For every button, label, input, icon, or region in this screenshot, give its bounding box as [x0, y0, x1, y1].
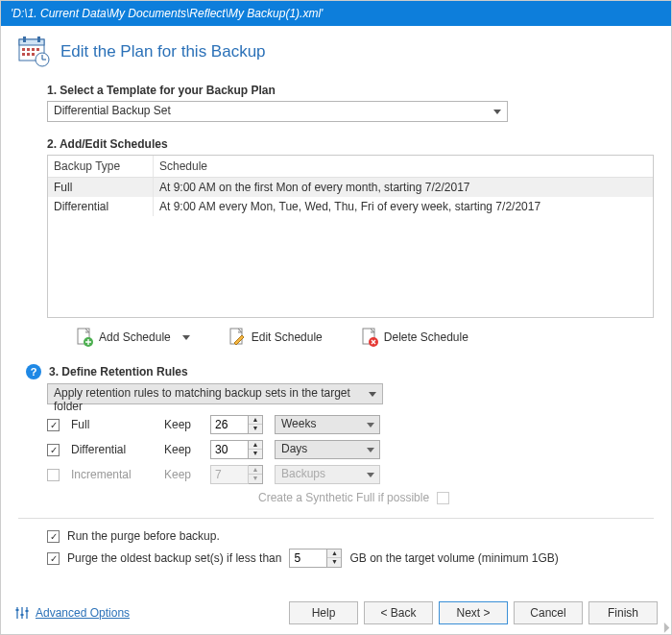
retention-scope-value: Apply retention rules to matching backup…: [54, 386, 350, 413]
purge-oldest-checkbox[interactable]: ✓: [47, 552, 60, 565]
schedule-row[interactable]: Full At 9:00 AM on the first Mon of ever…: [48, 178, 653, 197]
full-unit-select[interactable]: Weeks: [275, 415, 380, 434]
rule-row-full: ✓ Full Keep ▲▼ Weeks: [47, 415, 654, 434]
edit-schedule-button[interactable]: Edit Schedule: [228, 328, 323, 347]
differential-checkbox[interactable]: ✓: [47, 444, 60, 456]
svg-rect-19: [16, 609, 19, 611]
full-value-input[interactable]: [210, 415, 249, 434]
spin-down-icon: ▼: [249, 475, 262, 483]
svg-rect-21: [26, 610, 29, 612]
spin-down-icon[interactable]: ▼: [249, 425, 262, 433]
synthetic-full-checkbox: [437, 492, 449, 504]
svg-rect-10: [32, 53, 35, 56]
purge-oldest-row: ✓ Purge the oldest backup set(s) if less…: [47, 549, 654, 568]
window-titlebar: 'D:\1. Current Data\My Documents\Reflect…: [1, 1, 671, 26]
delete-schedule-button[interactable]: Delete Schedule: [361, 328, 468, 347]
spin-up-icon[interactable]: ▲: [327, 550, 341, 558]
spin-up-icon: ▲: [249, 466, 262, 475]
full-value-spinner[interactable]: ▲▼: [210, 415, 263, 434]
synthetic-full-label: Create a Synthetic Full if possible: [258, 491, 429, 504]
spin-up-icon[interactable]: ▲: [249, 441, 262, 450]
backup-plan-dialog: 'D:\1. Current Data\My Documents\Reflect…: [0, 0, 672, 635]
delete-schedule-label: Delete Schedule: [384, 330, 468, 344]
purge-threshold-input[interactable]: [289, 549, 327, 568]
spin-down-icon[interactable]: ▼: [327, 558, 341, 567]
incremental-label: Incremental: [71, 468, 153, 481]
incremental-value-input: [210, 465, 249, 484]
svg-rect-3: [37, 37, 40, 42]
run-purge-row: ✓ Run the purge before backup.: [47, 529, 654, 543]
row-schedule: At 9:00 AM every Mon, Tue, Wed, Thu, Fri…: [154, 197, 653, 216]
calendar-clock-icon: [18, 36, 51, 68]
keep-label: Keep: [164, 443, 199, 456]
svg-rect-9: [27, 53, 30, 56]
document-edit-icon: [228, 328, 246, 347]
row-schedule: At 9:00 AM on the first Mon of every mon…: [154, 178, 653, 197]
purge-threshold-spinner[interactable]: ▲▼: [289, 549, 342, 568]
purge-oldest-suffix: GB on the target volume (minimum 1GB): [349, 551, 558, 565]
svg-rect-2: [23, 37, 26, 42]
help-icon[interactable]: ?: [26, 364, 41, 379]
template-select-value: Differential Backup Set: [54, 104, 171, 117]
differential-unit-select[interactable]: Days: [275, 440, 380, 459]
back-button[interactable]: < Back: [364, 601, 433, 624]
spin-down-icon[interactable]: ▼: [249, 450, 262, 458]
add-schedule-button[interactable]: Add Schedule: [76, 328, 190, 347]
svg-rect-7: [36, 48, 39, 51]
dialog-footer: Advanced Options Help < Back Next > Canc…: [1, 594, 671, 634]
help-button[interactable]: Help: [289, 601, 358, 624]
svg-rect-4: [22, 48, 25, 51]
row-type: Full: [48, 178, 154, 197]
sliders-icon: [14, 605, 30, 621]
advanced-options-label: Advanced Options: [36, 606, 130, 620]
step3-label: 3. Define Retention Rules: [49, 365, 188, 379]
keep-label: Keep: [164, 418, 199, 431]
row-type: Differential: [48, 197, 154, 216]
rule-row-differential: ✓ Differential Keep ▲▼ Days: [47, 440, 654, 459]
edit-schedule-label: Edit Schedule: [252, 330, 323, 344]
svg-rect-8: [22, 53, 25, 56]
window-title: 'D:\1. Current Data\My Documents\Reflect…: [11, 7, 323, 20]
spin-up-icon[interactable]: ▲: [249, 416, 262, 425]
differential-label: Differential: [71, 443, 153, 456]
document-delete-icon: [361, 328, 378, 347]
dialog-header: Edit the Plan for this Backup: [18, 36, 654, 68]
step2-label: 2. Add/Edit Schedules: [47, 137, 654, 151]
step1-label: 1. Select a Template for your Backup Pla…: [47, 84, 654, 97]
divider: [18, 518, 654, 519]
advanced-options-link[interactable]: Advanced Options: [14, 605, 130, 621]
run-purge-label: Run the purge before backup.: [67, 529, 220, 543]
schedule-table-header: Backup Type Schedule: [48, 156, 653, 178]
svg-rect-1: [19, 39, 44, 45]
next-button[interactable]: Next >: [439, 601, 508, 624]
keep-label: Keep: [164, 468, 199, 481]
add-schedule-label: Add Schedule: [99, 330, 171, 344]
differential-value-input[interactable]: [210, 440, 249, 459]
document-add-icon: [76, 328, 93, 347]
col-backup-type[interactable]: Backup Type: [48, 156, 154, 177]
col-schedule[interactable]: Schedule: [154, 156, 653, 177]
svg-rect-5: [27, 48, 30, 51]
cancel-button[interactable]: Cancel: [514, 601, 583, 624]
incremental-value-spinner: ▲▼: [210, 465, 263, 484]
page-title: Edit the Plan for this Backup: [60, 42, 266, 61]
run-purge-checkbox[interactable]: ✓: [47, 530, 60, 543]
incremental-checkbox[interactable]: [47, 469, 60, 481]
differential-value-spinner[interactable]: ▲▼: [210, 440, 263, 459]
schedule-table: Backup Type Schedule Full At 9:00 AM on …: [47, 155, 654, 318]
template-select[interactable]: Differential Backup Set: [47, 101, 508, 122]
synthetic-full-row: Create a Synthetic Full if possible: [258, 491, 654, 504]
svg-rect-20: [21, 614, 24, 616]
full-label: Full: [71, 418, 153, 431]
incremental-unit-select: Backups: [275, 465, 380, 484]
svg-rect-6: [32, 48, 35, 51]
finish-button[interactable]: Finish: [588, 601, 658, 624]
chevron-down-icon: [182, 335, 190, 340]
rule-row-incremental: Incremental Keep ▲▼ Backups: [47, 465, 654, 484]
full-checkbox[interactable]: ✓: [47, 419, 60, 431]
schedule-row[interactable]: Differential At 9:00 AM every Mon, Tue, …: [48, 197, 653, 216]
purge-oldest-prefix: Purge the oldest backup set(s) if less t…: [67, 551, 281, 565]
retention-scope-select[interactable]: Apply retention rules to matching backup…: [47, 383, 383, 404]
